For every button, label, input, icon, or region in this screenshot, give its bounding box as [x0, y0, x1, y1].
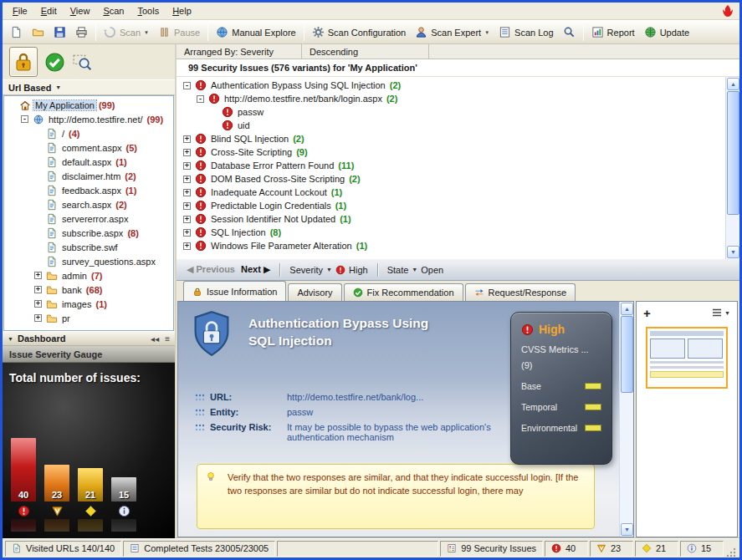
tree-item-http-demo-testfire-net[interactable]: -http://demo.testfire.net/(99): [4, 112, 173, 126]
add-button[interactable]: +: [643, 306, 651, 320]
tree-item-disclaimer-htm[interactable]: disclaimer.htm(2): [4, 169, 173, 183]
expand-toggle[interactable]: +: [183, 202, 191, 210]
tree-item-authentication-bypass-using-sql-injection[interactable]: -Authentication Bypass Using SQL Injecti…: [180, 79, 725, 92]
page-thumbnail[interactable]: [646, 327, 728, 389]
expand-toggle[interactable]: +: [183, 189, 191, 196]
tree-item-http-demo-testfire-net-bank-login-aspx[interactable]: -http://demo.testfire.net/bank/login.asp…: [180, 92, 725, 105]
scan-phase-button[interactable]: [9, 47, 38, 77]
tree-item-comment-aspx[interactable]: comment.aspx(5): [4, 140, 173, 155]
open-button[interactable]: [28, 24, 49, 40]
tree-item-predictable-login-credentials[interactable]: +Predictable Login Credentials(1): [180, 199, 725, 212]
collapse-panel-icon[interactable]: ◂◂: [151, 334, 159, 344]
tree-item-default-aspx[interactable]: default.aspx(1): [4, 155, 173, 169]
resize-grip[interactable]: [725, 546, 737, 557]
expand-toggle[interactable]: +: [183, 176, 191, 183]
expand-toggle[interactable]: +: [183, 229, 191, 237]
scrollbar-thumb[interactable]: [727, 91, 739, 215]
detail-scrollbar[interactable]: ▲ ▼: [619, 302, 633, 537]
collapse-toggle[interactable]: -: [183, 82, 191, 89]
scan-log-button[interactable]: Scan Log: [494, 24, 557, 40]
tree-item-images[interactable]: +images(1): [4, 297, 173, 311]
next-button[interactable]: Next ▶: [241, 264, 270, 275]
tree-item-subscribe-aspx[interactable]: subscribe.aspx(8): [4, 226, 173, 240]
collapse-toggle[interactable]: -: [21, 115, 28, 123]
menu-view[interactable]: View: [64, 4, 97, 18]
tree-item-cross-site-scripting[interactable]: +Cross-Site Scripting(9): [180, 145, 725, 159]
tab-request-response[interactable]: Request/Response: [465, 283, 576, 301]
expand-toggle[interactable]: +: [183, 135, 191, 143]
update-button[interactable]: Update: [640, 24, 693, 40]
print-button[interactable]: [71, 24, 92, 40]
scroll-down-icon[interactable]: ▼: [727, 246, 739, 258]
view-menu-button[interactable]: ▼: [712, 308, 730, 318]
sort-order-header[interactable]: Descending: [302, 44, 429, 59]
tree-item-my-application[interactable]: My Application(99): [4, 98, 173, 112]
power-tools-button[interactable]: [559, 24, 580, 40]
tab-fix-recommendation[interactable]: Fix Recommendation: [344, 283, 463, 301]
sev-high-icon: [195, 79, 207, 91]
tree-item-bank[interactable]: +bank(68): [4, 283, 173, 297]
tree-item-inadequate-account-lockout[interactable]: +Inadequate Account Lockout(1): [180, 186, 725, 199]
tree-item-label: SQL Injection: [209, 227, 268, 237]
tree-item-search-aspx[interactable]: search.aspx(2): [4, 197, 173, 211]
scroll-up-icon[interactable]: ▲: [727, 78, 739, 90]
tree-item-database-error-pattern-found[interactable]: +Database Error Pattern Found(11): [180, 159, 725, 172]
cvss-metrics-link[interactable]: CVSS Metrics ...: [521, 344, 601, 354]
previous-button[interactable]: ◀ Previous: [187, 264, 235, 275]
menu-items: FileEditViewScanToolsHelp: [6, 4, 198, 18]
collapse-toggle[interactable]: -: [197, 95, 204, 103]
tree-item-windows-file-parameter-alteration[interactable]: +Windows File Parameter Alteration(1): [180, 239, 725, 252]
scrollbar-thumb[interactable]: [621, 316, 633, 393]
issues-scrollbar[interactable]: ▲ ▼: [725, 77, 739, 259]
arranged-by-header[interactable]: Arranged By: Severity: [177, 44, 302, 59]
tree-item-servererror-aspx[interactable]: servererror.aspx: [4, 211, 173, 226]
view-selector[interactable]: Url Based ▼: [3, 79, 175, 95]
chevron-down-icon: ▼: [412, 267, 417, 272]
tree-item-subscribe-swf[interactable]: subscribe.swf: [4, 240, 173, 254]
expand-toggle[interactable]: +: [34, 300, 42, 308]
dashboard-header[interactable]: ▼ Dashboard ◂◂ ≡: [3, 331, 175, 346]
severity-high-icon: [521, 323, 534, 336]
save-button[interactable]: [49, 24, 70, 40]
scan-configuration-button[interactable]: Scan Configuration: [308, 24, 411, 40]
pause-button[interactable]: Pause: [154, 24, 204, 40]
tab-issue-information[interactable]: Issue Information: [183, 281, 286, 301]
dashboard-menu-icon[interactable]: ≡: [165, 334, 170, 344]
expand-toggle[interactable]: +: [183, 149, 191, 156]
menu-scan[interactable]: Scan: [96, 4, 130, 18]
test-phase-icon[interactable]: [44, 52, 65, 73]
report-button[interactable]: Report: [587, 24, 639, 40]
tree-item-[interactable]: /(4): [4, 126, 173, 140]
tree-item-sql-injection[interactable]: +SQL Injection(8): [180, 226, 725, 239]
new-button[interactable]: [6, 24, 27, 40]
expand-toggle[interactable]: +: [34, 286, 42, 293]
tree-item-session-identifier-not-updated[interactable]: +Session Identifier Not Updated(1): [180, 212, 725, 226]
menu-tools[interactable]: Tools: [130, 4, 166, 18]
expand-toggle[interactable]: +: [183, 162, 191, 170]
pause-icon: [158, 26, 171, 38]
expand-toggle[interactable]: +: [183, 216, 191, 223]
scroll-down-icon[interactable]: ▼: [621, 523, 633, 536]
tree-item-passw[interactable]: passw: [180, 105, 725, 119]
tree-item-dom-based-cross-site-scripting[interactable]: +DOM Based Cross-Site Scripting(2): [180, 172, 725, 186]
menu-edit[interactable]: Edit: [34, 4, 64, 18]
explore-phase-icon[interactable]: [72, 52, 93, 73]
tree-item-feedback-aspx[interactable]: feedback.aspx(1): [4, 183, 173, 197]
manual-explore-button[interactable]: Manual Explore: [212, 24, 299, 40]
menu-file[interactable]: File: [6, 4, 34, 18]
expand-toggle[interactable]: +: [34, 272, 42, 279]
expand-toggle[interactable]: +: [183, 242, 191, 250]
tree-item-admin[interactable]: +admin(7): [4, 268, 173, 283]
scan-button[interactable]: Scan▼: [100, 24, 153, 40]
tree-item-pr[interactable]: +pr: [4, 311, 173, 325]
scan-expert-button[interactable]: Scan Expert▼: [411, 24, 494, 40]
expand-toggle[interactable]: +: [34, 314, 42, 322]
tree-item-uid[interactable]: uid: [180, 119, 725, 132]
state-dropdown[interactable]: State ▼ Open: [387, 265, 444, 275]
severity-dropdown[interactable]: Severity ▼ High: [289, 265, 367, 275]
tab-advisory[interactable]: Advisory: [288, 283, 341, 301]
menu-help[interactable]: Help: [166, 4, 198, 18]
scroll-up-icon[interactable]: ▲: [621, 303, 633, 315]
tree-item-survey-questions-aspx[interactable]: survey_questions.aspx: [4, 254, 173, 268]
tree-item-blind-sql-injection[interactable]: +Blind SQL Injection(2): [180, 132, 725, 145]
